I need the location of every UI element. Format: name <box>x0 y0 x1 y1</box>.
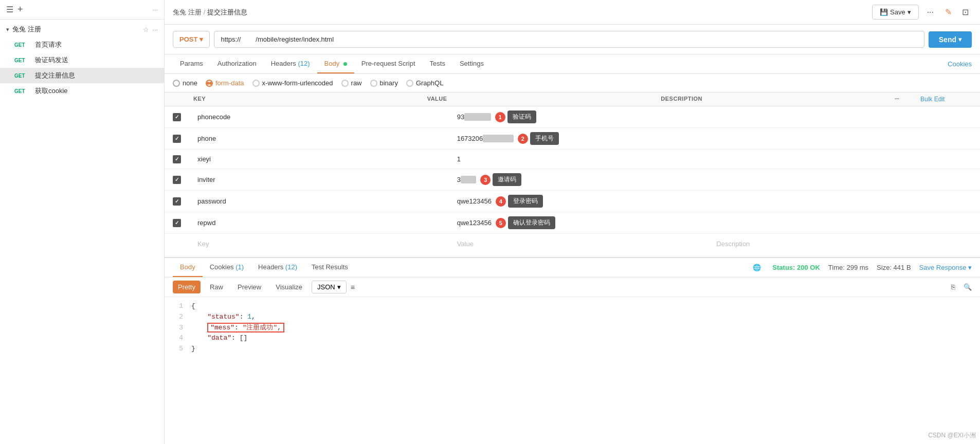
add-icon[interactable]: + <box>17 4 23 15</box>
collection-header[interactable]: ▾ 兔兔 注册 ☆ ··· <box>0 22 164 37</box>
resp-tab-testresults[interactable]: Test Results <box>304 258 355 277</box>
method-get-badge: GET <box>14 42 31 48</box>
resp-tab-headers[interactable]: Headers (12) <box>251 258 304 277</box>
resp-tab-body[interactable]: Body <box>173 258 203 277</box>
body-type-none[interactable]: none <box>173 79 197 87</box>
sidebar-item-cookie[interactable]: GET 获取cookie <box>0 83 164 99</box>
tooltip-label-5: 确认登录密码 <box>508 216 555 229</box>
table-header-value: VALUE <box>427 96 661 103</box>
tooltip-num-2: 2 <box>518 134 528 144</box>
body-type-raw[interactable]: raw <box>341 79 362 87</box>
search-icon[interactable]: 🔍 <box>964 283 972 291</box>
save-button[interactable]: 💾 Save ▾ <box>872 5 919 20</box>
url-input[interactable] <box>214 31 924 48</box>
tooltip-num-3: 3 <box>480 175 491 185</box>
table-header-desc: DESCRIPTION <box>661 96 895 103</box>
bulk-edit-button[interactable]: Bulk Edit <box>920 96 972 103</box>
row-checkbox-xieyi[interactable] <box>173 155 181 163</box>
body-type-graphql[interactable]: GraphQL <box>406 79 443 87</box>
line-content-5: } <box>191 344 195 355</box>
globe-icon: 🌐 <box>753 264 761 271</box>
response-area: Body Cookies (1) Headers (12) Test Resul… <box>165 257 980 444</box>
menu-icon[interactable]: ☰ <box>6 5 13 14</box>
copy-icon[interactable]: ⎘ <box>951 283 955 291</box>
response-body: Pretty Raw Preview Visualize JSON ▾ ≡ ⎘ … <box>165 278 980 444</box>
main-panel: 兔兔 注册 / 提交注册信息 💾 Save ▾ ··· ✎ ⊡ POST ▾ S… <box>165 0 980 444</box>
table-row: phonecode 93xxx 1 验证码 <box>165 106 980 128</box>
line-content-3: "mess": "注册成功", <box>191 323 284 334</box>
row-checkbox-phone[interactable] <box>173 135 181 143</box>
row-value-xieyi: 1 <box>453 153 713 165</box>
tab-body[interactable]: Body <box>317 54 354 73</box>
table-header-check <box>173 96 193 103</box>
sidebar-item-register[interactable]: GET 提交注册信息 <box>0 68 164 83</box>
tab-authorization[interactable]: Authorization <box>210 54 264 73</box>
tab-params[interactable]: Params <box>173 54 210 73</box>
response-body-tabs: Pretty Raw Preview Visualize JSON ▾ ≡ ⎘ … <box>165 278 980 297</box>
radio-graphql <box>406 80 413 87</box>
table-row: phone 1673206xxx 2 手机号 <box>165 128 980 150</box>
row-empty-value[interactable]: Value <box>453 238 713 250</box>
tooltip-label-1: 验证码 <box>507 110 536 123</box>
breadcrumb-collection: 兔兔 注册 <box>173 8 202 17</box>
more-button[interactable]: ··· <box>923 5 938 20</box>
resp-tab-cookies[interactable]: Cookies (1) <box>203 258 251 277</box>
breadcrumb-separator: / <box>204 8 206 16</box>
resp-body-tab-pretty[interactable]: Pretty <box>173 281 201 293</box>
resp-body-tab-visualize[interactable]: Visualize <box>270 281 307 293</box>
tooltip-label-2: 手机号 <box>530 132 559 145</box>
save-icon: 💾 <box>880 8 888 16</box>
row-checkbox-repwd[interactable] <box>173 219 181 227</box>
split-button[interactable]: ⊡ <box>959 4 972 20</box>
edit-button[interactable]: ✎ <box>942 4 955 20</box>
code-area: 1 { 2 "status": 1, 3 "mess": "注册成功", 4 <box>165 297 980 444</box>
method-label: POST <box>179 35 197 43</box>
method-get-badge: GET <box>14 88 31 94</box>
row-checkbox-inviter[interactable] <box>173 176 181 184</box>
code-line-2: 2 "status": 1, <box>173 312 972 323</box>
format-select[interactable]: JSON ▾ <box>312 281 347 293</box>
method-select[interactable]: POST ▾ <box>173 31 210 48</box>
table-header: KEY VALUE DESCRIPTION ··· Bulk Edit <box>165 92 980 106</box>
line-num-4: 4 <box>173 333 183 344</box>
row-key-phone: phone <box>193 133 453 144</box>
row-empty-desc: Description <box>712 238 972 250</box>
cookies-button[interactable]: Cookies <box>948 55 972 73</box>
tab-headers[interactable]: Headers (12) <box>264 54 317 73</box>
body-type-binary[interactable]: binary <box>370 79 398 87</box>
code-line-1: 1 { <box>173 301 972 312</box>
resp-body-tab-raw[interactable]: Raw <box>205 281 228 293</box>
line-num-5: 5 <box>173 344 183 355</box>
row-desc-password <box>712 199 972 203</box>
tab-prerequest[interactable]: Pre-request Script <box>354 54 423 73</box>
send-button[interactable]: Send ▾ <box>929 31 972 48</box>
topbar: 兔兔 注册 / 提交注册信息 💾 Save ▾ ··· ✎ ⊡ <box>165 0 980 25</box>
collection-star-icon[interactable]: ☆ <box>143 26 149 33</box>
params-area: KEY VALUE DESCRIPTION ··· Bulk Edit phon… <box>165 92 980 257</box>
topbar-actions: 💾 Save ▾ ··· ✎ ⊡ <box>872 4 972 20</box>
tab-settings[interactable]: Settings <box>452 54 491 73</box>
row-checkbox-password[interactable] <box>173 197 181 206</box>
save-response-button[interactable]: Save Response ▾ <box>919 264 972 271</box>
sidebar-item-verify[interactable]: GET 验证码发送 <box>0 52 164 68</box>
row-checkbox-phonecode[interactable] <box>173 113 181 121</box>
tab-tests[interactable]: Tests <box>423 54 452 73</box>
filter-icon[interactable]: ≡ <box>351 283 355 291</box>
table-header-more: ··· <box>895 96 920 103</box>
sidebar-header: ☰ + ··· <box>0 0 164 20</box>
row-key-repwd: repwd <box>193 217 453 229</box>
row-empty-key[interactable]: Key <box>193 238 453 250</box>
tooltip-label-4: 登录密码 <box>508 195 543 208</box>
sidebar-more-icon[interactable]: ··· <box>152 6 158 13</box>
row-desc-repwd <box>712 221 972 225</box>
method-get-badge: GET <box>14 58 31 63</box>
body-type-formdata[interactable]: form-data <box>206 79 244 87</box>
collection-more-icon[interactable]: ··· <box>152 26 158 33</box>
resp-body-tab-preview[interactable]: Preview <box>232 281 266 293</box>
table-body: phonecode 93xxx 1 验证码 phone 1 <box>165 106 980 257</box>
sidebar-item-home[interactable]: GET 首页请求 <box>0 37 164 52</box>
body-type-bar: none form-data x-www-form-urlencoded raw… <box>165 74 980 92</box>
collection-arrow-icon: ▾ <box>6 26 9 33</box>
response-status: 🌐 Status: 200 OK Time: 299 ms Size: 441 … <box>753 264 972 271</box>
body-type-urlencoded[interactable]: x-www-form-urlencoded <box>252 79 333 87</box>
